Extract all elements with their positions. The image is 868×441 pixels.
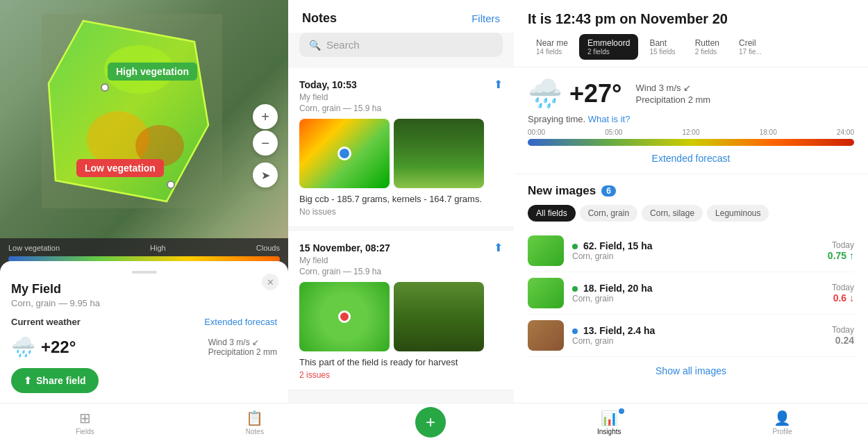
temp-map: +22° xyxy=(41,338,76,357)
note-share-icon-1[interactable]: ⬆ xyxy=(494,78,503,91)
loc-tab-bant[interactable]: Bant 15 fields xyxy=(641,34,683,60)
profile-icon-3: 👤 xyxy=(774,410,791,426)
new-images-title: New images xyxy=(528,184,596,198)
field-date-3: Today xyxy=(832,325,854,335)
weather-row: Current weather Extended forecast xyxy=(11,317,277,327)
right-panel: It is 12:43 pm on November 20 Near me 14… xyxy=(514,0,868,441)
time-3: 18:00 xyxy=(760,128,777,136)
extended-forecast-link-map[interactable]: Extended forecast xyxy=(204,317,277,327)
weather-main-row: 🌧️ +27° Wind 3 m/s ↙ Precipitation 2 mm xyxy=(528,77,854,110)
image-list-item-3[interactable]: 13. Field, 2.4 ha Corn, grain Today 0.24 xyxy=(528,315,854,357)
spraying-bar xyxy=(528,139,854,146)
loc-sub-2: 2 fields xyxy=(587,48,630,56)
loc-name-4: Rutten xyxy=(695,38,719,48)
loc-name-2: Emmeloord xyxy=(587,38,630,48)
filters-button[interactable]: Filters xyxy=(471,13,500,24)
zoom-out-button[interactable]: − xyxy=(253,131,278,156)
weather-right-details: Wind 3 m/s ↙ Precipitation 2 mm xyxy=(635,83,710,105)
weather-icon-map: 🌧️ xyxy=(11,335,35,358)
note-share-icon-2[interactable]: ⬆ xyxy=(494,241,503,254)
high-veg-dot xyxy=(101,83,109,92)
timeline-low-label: Low vegetation xyxy=(8,244,60,252)
close-button[interactable]: ✕ xyxy=(262,274,278,290)
spraying-label: Spraying time. What is it? xyxy=(528,114,854,124)
note-img-ndvi-1 xyxy=(299,119,390,188)
loc-sub-4: 2 fields xyxy=(695,48,719,56)
high-vegetation-label: High vegetation xyxy=(108,63,197,81)
loc-tab-emmeloord[interactable]: Emmeloord 2 fields xyxy=(579,34,638,60)
image-list-item-2[interactable]: 18. Field, 20 ha Corn, grain Today 0.6 ↓ xyxy=(528,272,854,315)
share-field-button[interactable]: ⬆ Share field xyxy=(11,368,99,393)
note-img-corn-1 xyxy=(394,119,484,188)
note-date-2: 15 November, 08:27 xyxy=(299,242,390,253)
field-crop-sub-3: Corn, grain xyxy=(572,336,824,346)
filter-tab-all[interactable]: All fields xyxy=(528,205,576,222)
nav-profile-right[interactable]: 👤 Profile xyxy=(773,410,792,435)
drag-handle xyxy=(132,271,157,274)
note-img-green-pin-2 xyxy=(299,282,390,351)
weather-details-row: 🌧️ +22° Wind 3 m/s ↙ Precipitation 2 mm xyxy=(11,335,277,358)
field-dot-3 xyxy=(572,328,578,334)
timeline-high-label: High xyxy=(150,244,166,252)
extended-forecast-link[interactable]: Extended forecast xyxy=(528,153,854,164)
note-item-1[interactable]: Today, 10:53 ⬆ My field Corn, grain — 15… xyxy=(288,68,514,227)
nav-insights-right[interactable]: 📊 Insights xyxy=(597,410,621,435)
wind-detail: Wind 3 m/s ↙ xyxy=(635,83,710,93)
field-date-1: Today xyxy=(828,240,854,250)
field-num-1: 62. Field, 15 ha xyxy=(572,240,819,251)
wind-precip-details-map: Wind 3 m/s ↙ Precipitation 2 mm xyxy=(208,338,277,357)
show-all-images-link[interactable]: Show all images xyxy=(528,365,854,376)
note-desc-1: Big ccb - 185.7 grams, kernels - 164.7 g… xyxy=(299,194,503,204)
share-field-label: Share field xyxy=(36,375,86,386)
loc-name-3: Bant xyxy=(649,38,667,48)
field-score-2: 0.6 ↓ xyxy=(832,292,854,303)
loc-tab-rutten[interactable]: Rutten 2 fields xyxy=(687,34,728,60)
insights-badge-3 xyxy=(619,408,624,414)
time-0: 00:00 xyxy=(528,128,545,136)
field-score-3: 0.24 xyxy=(832,335,854,346)
filter-tab-corn-grain[interactable]: Corn, grain xyxy=(580,205,637,222)
notes-list: Today, 10:53 ⬆ My field Corn, grain — 15… xyxy=(288,64,514,441)
location-tabs: Near me 14 fields Emmeloord 2 fields Ban… xyxy=(528,34,854,60)
navigate-button[interactable]: ➤ xyxy=(253,163,278,188)
note-desc-2: This part of the field is ready for harv… xyxy=(299,357,503,367)
field-value-1: Today 0.75 ↑ xyxy=(828,240,854,261)
what-is-it-link[interactable]: What is it? xyxy=(588,114,631,124)
note-date-1: Today, 10:53 xyxy=(299,79,357,90)
image-filter-tabs: All fields Corn, grain Corn, silage Legu… xyxy=(528,205,854,222)
map-controls: + − ➤ xyxy=(253,104,278,188)
bottom-nav-right: ⊞ Fields 📋 Notes + 📊 Insights 👤 Profile xyxy=(514,403,868,441)
field-crop-sub-2: Corn, grain xyxy=(572,294,824,303)
weather-section: 🌧️ +27° Wind 3 m/s ↙ Precipitation 2 mm … xyxy=(514,67,868,174)
loc-name-5: Creil xyxy=(739,38,756,48)
note-crop-2: Corn, grain — 15.9 ha xyxy=(299,267,503,276)
filter-tab-leguminous[interactable]: Leguminous xyxy=(707,205,769,222)
loc-tab-creil[interactable]: Creil 17 fie... xyxy=(731,34,770,60)
loc-name-1: Near me xyxy=(536,38,568,48)
note-images-2 xyxy=(299,282,503,351)
search-bar[interactable]: 🔍 Search xyxy=(299,33,503,57)
precip-detail: Precipitation 2 mm xyxy=(635,94,710,105)
field-info-row-3: 13. Field, 2.4 ha Corn, grain xyxy=(572,325,824,346)
low-vegetation-label: Low vegetation xyxy=(76,159,164,177)
field-num-3: 13. Field, 2.4 ha xyxy=(572,325,824,336)
share-icon: ⬆ xyxy=(24,375,32,386)
zoom-in-button[interactable]: + xyxy=(253,104,278,129)
field-dot-1 xyxy=(572,244,578,249)
notes-panel: Notes Filters 🔍 Search Today, 10:53 ⬆ My… xyxy=(288,0,514,441)
filter-tab-corn-silage[interactable]: Corn, silage xyxy=(642,205,703,222)
right-header: It is 12:43 pm on November 20 Near me 14… xyxy=(514,0,868,67)
low-veg-dot xyxy=(167,181,175,189)
note-issues-2: 2 issues xyxy=(299,370,503,380)
time-4: 24:00 xyxy=(837,128,854,136)
nav-profile-label-3: Profile xyxy=(773,428,792,435)
loc-tab-near-me[interactable]: Near me 14 fields xyxy=(528,34,576,60)
field-thumb-3 xyxy=(528,320,564,351)
note-item-2[interactable]: 15 November, 08:27 ⬆ My field Corn, grai… xyxy=(288,231,514,390)
field-crop-area: Corn, grain — 9.95 ha xyxy=(11,298,277,308)
search-icon: 🔍 xyxy=(309,40,321,51)
datetime-title: It is 12:43 pm on November 20 xyxy=(528,11,854,27)
field-score-1: 0.75 ↑ xyxy=(828,250,854,261)
image-list-item-1[interactable]: 62. Field, 15 ha Corn, grain Today 0.75 … xyxy=(528,230,854,272)
field-polygon xyxy=(42,14,222,208)
